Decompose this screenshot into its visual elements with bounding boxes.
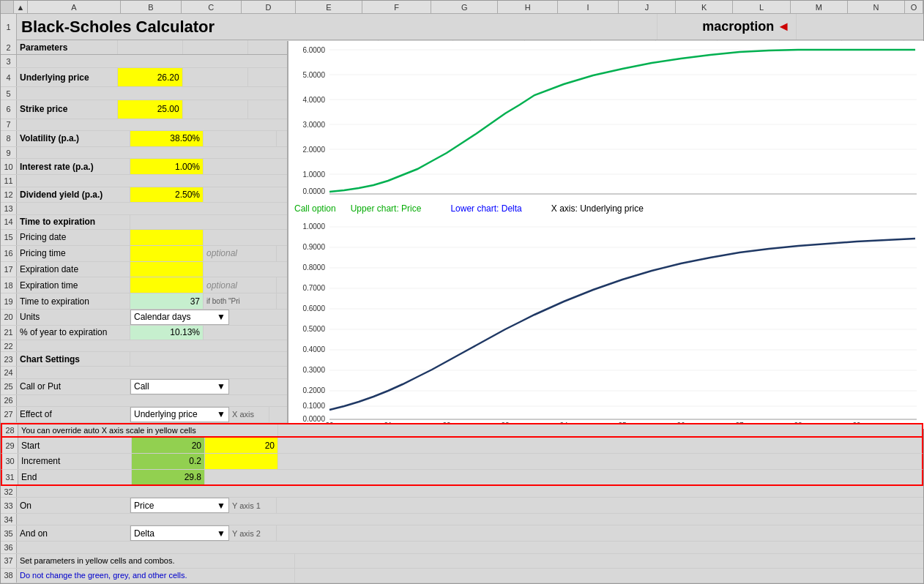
svg-text:0.3000: 0.3000	[302, 366, 325, 374]
row-num-23: 23	[1, 352, 17, 366]
row2-d	[183, 40, 248, 54]
increment-value[interactable]: 0.2	[132, 454, 205, 469]
col-header-d: D	[242, 1, 296, 13]
col-header-n: N	[848, 1, 905, 13]
svg-text:4.0000: 4.0000	[302, 96, 325, 104]
dropdown-arrow-icon: ▼	[217, 312, 226, 322]
svg-text:0.0000: 0.0000	[302, 187, 325, 195]
row30-rest	[278, 454, 922, 469]
row37-rest	[295, 554, 923, 568]
pricing-date-value[interactable]	[130, 230, 204, 245]
instruction1: Set parameters in yellow cells and combo…	[17, 554, 295, 568]
row38-rest	[295, 569, 923, 583]
expiration-date-value[interactable]	[130, 262, 204, 277]
expiration-time-value[interactable]	[130, 277, 204, 293]
svg-text:0.0000: 0.0000	[302, 415, 325, 423]
units-label: Units	[17, 310, 130, 325]
lower-chart-line	[329, 239, 915, 410]
pricing-time-value[interactable]	[130, 246, 204, 261]
svg-text:0.2000: 0.2000	[302, 386, 325, 394]
and-on-dropdown-arrow-icon: ▼	[217, 528, 226, 539]
col-header-e: E	[296, 1, 362, 13]
effect-dropdown-arrow-icon: ▼	[217, 409, 226, 419]
svg-text:6.0000: 6.0000	[302, 46, 325, 54]
row-num-29: 29	[2, 438, 18, 453]
row-num-31: 31	[2, 470, 18, 484]
underlying-price-value[interactable]: 26.20	[118, 68, 183, 86]
row-num-18: 18	[1, 277, 17, 293]
svg-text:3.0000: 3.0000	[302, 121, 325, 129]
logo-icon: ◄	[777, 19, 790, 34]
col-header-a: A	[28, 1, 122, 13]
chart-call-option-label: Call option	[294, 203, 336, 214]
upper-chart: 6.0000 5.0000 4.0000 3.0000 2.0000 1.000…	[294, 44, 920, 196]
start-value[interactable]: 20	[132, 438, 205, 453]
row-num-30: 30	[2, 454, 18, 469]
call-put-dropdown[interactable]: Call ▼	[130, 379, 229, 394]
row-num-15: 15	[1, 230, 17, 245]
dividend-yield-label: Dividend yield (p.a.)	[17, 187, 130, 203]
pricing-date-label: Pricing date	[17, 230, 130, 245]
col-header-j: J	[619, 1, 676, 13]
col-header-m: M	[791, 1, 848, 13]
col-header-i: I	[558, 1, 618, 13]
svg-text:2.0000: 2.0000	[302, 146, 325, 154]
logo-area: macroption ◄	[657, 14, 797, 40]
interest-rate-value[interactable]: 1.00%	[130, 159, 204, 174]
override-note: You can override auto X axis scale in ye…	[18, 424, 278, 436]
row-num-27: 27	[1, 407, 17, 422]
row31-rest	[205, 470, 922, 484]
row-num-11: 11	[1, 175, 17, 186]
units-dropdown[interactable]: Calendar days ▼	[130, 310, 229, 325]
pct-year-value: 10.13%	[130, 326, 204, 340]
yaxis1-label: Y axis 1	[229, 498, 277, 513]
row-num-33: 33	[1, 498, 17, 513]
expiration-time-optional: optional	[204, 277, 277, 293]
row-num-14: 14	[1, 215, 17, 229]
row32-content	[17, 486, 923, 497]
chart-xaxis-label: X axis: Underlying price	[551, 203, 644, 214]
chart-panel: 6.0000 5.0000 4.0000 3.0000 2.0000 1.000…	[287, 41, 924, 429]
dividend-yield-value[interactable]: 2.50%	[130, 187, 204, 203]
svg-text:5.0000: 5.0000	[302, 71, 325, 79]
row-num-4: 4	[1, 68, 17, 86]
row8-d	[204, 131, 277, 146]
row-num-8: 8	[1, 131, 17, 146]
col-header-f: F	[362, 1, 432, 13]
svg-text:0.5000: 0.5000	[302, 325, 325, 333]
on-label: On	[17, 498, 130, 513]
lower-chart: 1.0000 0.9000 0.8000 0.7000 0.6000 0.500…	[294, 222, 920, 427]
expiration-date-label: Expiration date	[17, 262, 130, 277]
row-num-7: 7	[1, 119, 17, 130]
svg-text:0.9000: 0.9000	[302, 243, 325, 251]
row-num-28: 28	[2, 424, 18, 436]
svg-text:0.7000: 0.7000	[302, 284, 325, 292]
params-header: Parameters	[17, 40, 118, 54]
start-value2[interactable]: 20	[205, 438, 278, 453]
row4-d	[183, 68, 248, 86]
svg-text:0.1000: 0.1000	[302, 402, 325, 410]
row-num-17: 17	[1, 262, 17, 277]
and-on-dropdown[interactable]: Delta ▼	[130, 525, 229, 541]
svg-text:0.6000: 0.6000	[302, 304, 325, 312]
col-header-k: K	[676, 1, 733, 13]
row34-content	[17, 514, 923, 525]
end-value[interactable]: 29.8	[132, 470, 205, 484]
chart-labels-row: Call option Upper chart: Price Lower cha…	[288, 198, 924, 219]
increment-value2[interactable]	[205, 454, 278, 469]
effect-of-label: Effect of	[17, 407, 130, 422]
row-num-13: 13	[1, 203, 17, 214]
row-num-22: 22	[1, 340, 17, 351]
row-num-1: 1	[1, 14, 17, 40]
on-dropdown[interactable]: Price ▼	[130, 498, 229, 513]
row-num-24: 24	[1, 367, 17, 378]
col-header-c: C	[182, 1, 242, 13]
volatility-label: Volatility (p.a.)	[17, 131, 130, 146]
row35-rest	[277, 525, 923, 541]
strike-price-value[interactable]: 25.00	[118, 100, 183, 118]
volatility-value[interactable]: 38.50%	[130, 131, 204, 146]
row1-o	[797, 14, 819, 40]
upper-chart-line	[329, 50, 915, 192]
row-num-37: 37	[1, 554, 17, 568]
effect-of-dropdown[interactable]: Underlying price ▼	[130, 407, 229, 422]
